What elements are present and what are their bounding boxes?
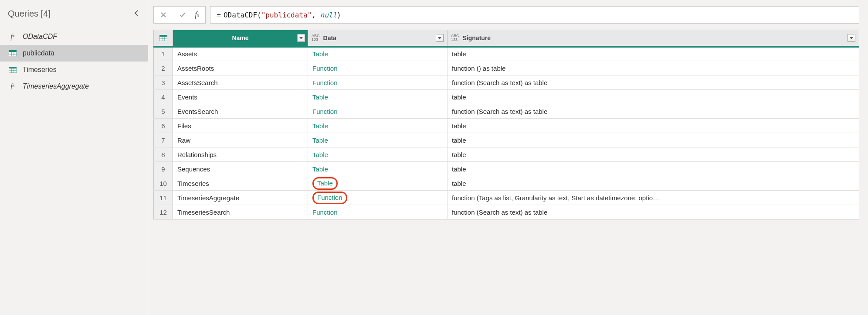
table-row[interactable]: 10TimeseriesTabletable bbox=[154, 176, 859, 191]
cell-signature[interactable]: table bbox=[448, 147, 859, 162]
table-row[interactable]: 12TimeseriesSearchFunctionfunction (Sear… bbox=[154, 205, 859, 219]
row-number[interactable]: 4 bbox=[154, 90, 173, 104]
cell-signature[interactable]: table bbox=[448, 47, 859, 61]
svg-rect-1 bbox=[9, 50, 17, 52]
confirm-formula-button[interactable] bbox=[173, 7, 192, 23]
table-row[interactable]: 8RelationshipsTabletable bbox=[154, 147, 859, 162]
filter-signature-button[interactable] bbox=[848, 34, 855, 42]
row-number[interactable]: 6 bbox=[154, 119, 173, 133]
filter-name-button[interactable] bbox=[297, 34, 305, 42]
table-icon bbox=[8, 67, 17, 73]
fx-icon[interactable]: fx bbox=[192, 10, 205, 20]
cell-name[interactable]: Files bbox=[173, 119, 308, 133]
formula-input[interactable]: = ODataCDF ( "publicdata" , null ) bbox=[210, 6, 859, 24]
cell-signature[interactable]: table bbox=[448, 119, 859, 133]
formula-buttons: fx bbox=[153, 6, 206, 24]
table-row[interactable]: 7RawTabletable bbox=[154, 133, 859, 147]
row-number[interactable]: 7 bbox=[154, 133, 173, 147]
cell-signature[interactable]: table bbox=[448, 176, 859, 191]
cell-data[interactable]: Function bbox=[308, 205, 448, 219]
formula-bar: fx = ODataCDF ( "publicdata" , null ) bbox=[148, 0, 868, 30]
svg-rect-11 bbox=[159, 35, 167, 37]
chevron-left-icon[interactable] bbox=[133, 9, 140, 19]
cell-data[interactable]: Function bbox=[308, 61, 448, 75]
table-row[interactable]: 11TimeseriesAggregateFunctionfunction (T… bbox=[154, 191, 859, 205]
table-row[interactable]: 9SequencesTabletable bbox=[154, 162, 859, 176]
cell-data[interactable]: Table bbox=[308, 176, 448, 191]
type-any-icon: ABC123 bbox=[451, 34, 459, 42]
row-number[interactable]: 11 bbox=[154, 191, 173, 205]
cell-name[interactable]: TimeseriesSearch bbox=[173, 205, 308, 219]
cell-name[interactable]: AssetsRoots bbox=[173, 61, 308, 75]
query-item-label: TimeseriesAggregate bbox=[23, 82, 89, 90]
cell-data[interactable]: Table bbox=[308, 147, 448, 162]
cell-signature[interactable]: table bbox=[448, 162, 859, 176]
table-row[interactable]: 2AssetsRootsFunctionfunction () as table bbox=[154, 61, 859, 75]
header-row: Name ABC123 Data bbox=[154, 30, 859, 47]
cell-data[interactable]: Function bbox=[308, 75, 448, 90]
cancel-formula-button[interactable] bbox=[154, 7, 173, 23]
table-row[interactable]: 1AssetsTabletable bbox=[154, 47, 859, 61]
cell-signature[interactable]: table bbox=[448, 90, 859, 104]
cell-name[interactable]: TimeseriesAggregate bbox=[173, 191, 308, 205]
cell-signature[interactable]: function (Tags as list, Granularity as t… bbox=[448, 191, 859, 205]
table-row[interactable]: 6FilesTabletable bbox=[154, 119, 859, 133]
cell-signature[interactable]: function (Search as text) as table bbox=[448, 75, 859, 90]
query-item-label: ODataCDF bbox=[23, 33, 57, 41]
query-item-timeseriesaggregate[interactable]: fxTimeseriesAggregate bbox=[0, 78, 148, 95]
cell-signature[interactable]: table bbox=[448, 133, 859, 147]
row-number[interactable]: 9 bbox=[154, 162, 173, 176]
cell-name[interactable]: Events bbox=[173, 90, 308, 104]
table-row[interactable]: 3AssetsSearchFunctionfunction (Search as… bbox=[154, 75, 859, 90]
row-number[interactable]: 8 bbox=[154, 147, 173, 162]
cell-data[interactable]: Table bbox=[308, 162, 448, 176]
cell-name[interactable]: AssetsSearch bbox=[173, 75, 308, 90]
formula-null: null bbox=[320, 11, 337, 19]
row-number[interactable]: 3 bbox=[154, 75, 173, 90]
queries-sidebar: Queries [4] fxODataCDFpublicdataTimeseri… bbox=[0, 0, 148, 315]
row-number[interactable]: 1 bbox=[154, 47, 173, 61]
type-any-icon: ABC123 bbox=[312, 34, 320, 42]
row-number[interactable]: 2 bbox=[154, 61, 173, 75]
cell-name[interactable]: Raw bbox=[173, 133, 308, 147]
cell-name[interactable]: Assets bbox=[173, 47, 308, 61]
main-panel: fx = ODataCDF ( "publicdata" , null ) bbox=[148, 0, 868, 315]
column-header-signature[interactable]: ABC123 Signature bbox=[448, 30, 859, 47]
cell-signature[interactable]: function (Search as text) as table bbox=[448, 205, 859, 219]
row-number[interactable]: 5 bbox=[154, 104, 173, 119]
data-grid: Name ABC123 Data bbox=[153, 30, 859, 219]
cell-data[interactable]: Function bbox=[308, 104, 448, 119]
svg-rect-6 bbox=[9, 67, 17, 68]
table-icon bbox=[8, 50, 17, 56]
cell-signature[interactable]: function () as table bbox=[448, 61, 859, 75]
queries-title: Queries [4] bbox=[8, 9, 51, 19]
cell-data[interactable]: Function bbox=[308, 191, 448, 205]
query-item-publicdata[interactable]: publicdata bbox=[0, 45, 148, 62]
cell-data[interactable]: Table bbox=[308, 47, 448, 61]
row-number[interactable]: 10 bbox=[154, 176, 173, 191]
select-all-cell[interactable] bbox=[154, 30, 173, 47]
cell-name[interactable]: Timeseries bbox=[173, 176, 308, 191]
query-item-label: publicdata bbox=[23, 49, 54, 57]
filter-data-button[interactable] bbox=[436, 34, 444, 42]
cell-name[interactable]: EventsSearch bbox=[173, 104, 308, 119]
cell-data[interactable]: Table bbox=[308, 119, 448, 133]
row-number[interactable]: 12 bbox=[154, 205, 173, 219]
cell-data[interactable]: Table bbox=[308, 90, 448, 104]
query-item-odatacdf[interactable]: fxODataCDF bbox=[0, 28, 148, 45]
queries-header: Queries [4] bbox=[0, 4, 148, 28]
query-item-timeseries[interactable]: Timeseries bbox=[0, 62, 148, 78]
fx-icon: fx bbox=[8, 33, 17, 41]
cell-signature[interactable]: function (Search as text) as table bbox=[448, 104, 859, 119]
fx-icon: fx bbox=[8, 82, 17, 90]
table-row[interactable]: 4EventsTabletable bbox=[154, 90, 859, 104]
cell-name[interactable]: Sequences bbox=[173, 162, 308, 176]
cell-name[interactable]: Relationships bbox=[173, 147, 308, 162]
formula-fn: ODataCDF bbox=[224, 11, 257, 19]
column-header-name[interactable]: Name bbox=[173, 30, 308, 47]
formula-arg: "publicdata" bbox=[261, 11, 312, 19]
table-row[interactable]: 5EventsSearchFunctionfunction (Search as… bbox=[154, 104, 859, 119]
cell-data[interactable]: Table bbox=[308, 133, 448, 147]
column-header-data[interactable]: ABC123 Data bbox=[308, 30, 448, 47]
query-item-label: Timeseries bbox=[23, 66, 57, 74]
